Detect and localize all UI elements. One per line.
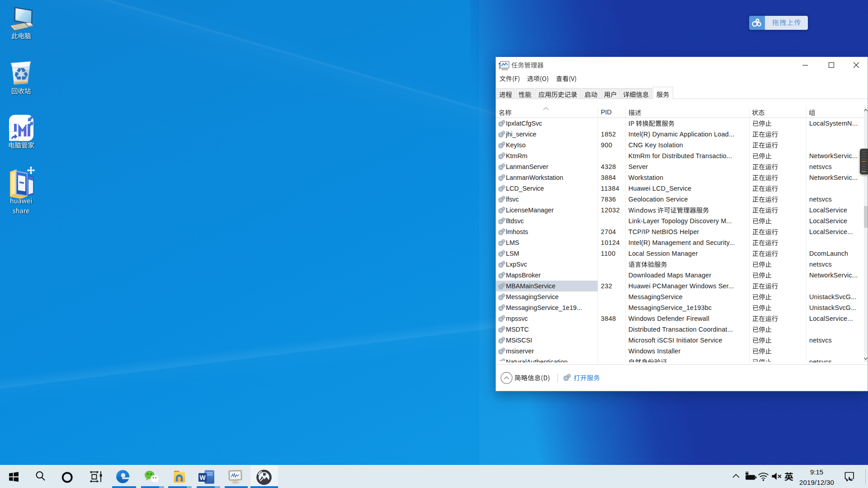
- svg-text:W: W: [200, 474, 206, 481]
